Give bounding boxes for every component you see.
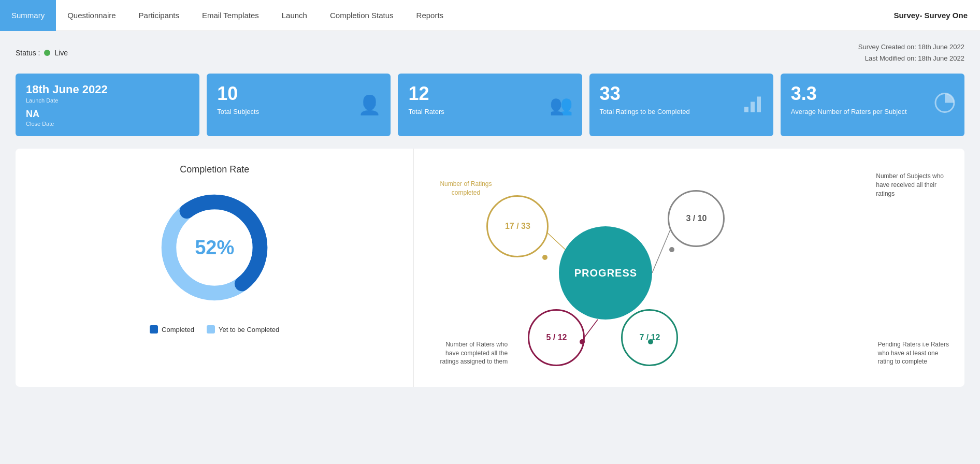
nav-bar: Summary Questionnaire Participants Email…	[0, 0, 980, 31]
ratings-icon	[743, 92, 764, 118]
stat-cards: 18th June 2022 Launch Date NA Close Date…	[16, 74, 964, 136]
survey-created: Survey Created on: 18th June 2022	[858, 41, 964, 53]
label-ratings-completed: Number of Ratingscompleted	[440, 180, 492, 197]
label-subjects-all: Number of Subjects whohave received all …	[876, 172, 944, 198]
raters-completed-value: 5 / 12	[546, 333, 567, 342]
completion-title: Completion Rate	[180, 164, 249, 175]
bubble-area: PROGRESS 17 / 33 Number of Ratingscomple…	[424, 164, 954, 371]
launch-date-value: 18th June 2022	[26, 83, 189, 96]
raters-icon: 👥	[550, 94, 573, 116]
label-raters-completed: Number of Raters whohave completed all t…	[440, 340, 508, 366]
raters-num: 12	[408, 83, 571, 105]
close-date-value: NA	[26, 109, 189, 120]
bubble-center: PROGRESS	[559, 226, 652, 320]
status-value: Live	[54, 49, 68, 57]
survey-title: Survey- Survey One	[893, 11, 980, 20]
stat-card-launch-date: 18th June 2022 Launch Date NA Close Date	[16, 74, 199, 136]
svg-rect-2	[757, 96, 761, 112]
stat-card-subjects: 10 Total Subjects 👤	[207, 74, 391, 136]
stat-card-avg: 3.3 Average Number of Raters per Subject	[781, 74, 964, 136]
ratings-num: 33	[600, 83, 763, 105]
donut-chart: 52%	[157, 191, 271, 304]
legend-completed: Completed	[150, 325, 194, 334]
tab-completion-status[interactable]: Completion Status	[319, 0, 405, 31]
subjects-icon: 👤	[358, 94, 381, 116]
bubble-subjects-all: 3 / 10	[668, 190, 725, 247]
stat-card-ratings: 33 Total Ratings to be Completed	[589, 74, 773, 136]
tab-reports[interactable]: Reports	[405, 0, 455, 31]
status-dot	[44, 50, 50, 56]
completion-percentage: 52%	[195, 237, 234, 259]
ratings-label: Total Ratings to be Completed	[600, 108, 763, 115]
raters-label: Total Raters	[408, 108, 571, 115]
status-left: Status : Live	[16, 49, 68, 57]
legend-completed-label: Completed	[162, 326, 194, 334]
chart-legend: Completed Yet to be Completed	[150, 325, 279, 334]
legend-yet: Yet to be Completed	[207, 325, 279, 334]
conn-dot-gray	[669, 247, 674, 252]
bubble-raters-completed: 5 / 12	[528, 309, 585, 366]
legend-yet-label: Yet to be Completed	[219, 326, 279, 334]
subjects-num: 10	[217, 83, 380, 105]
status-right: Survey Created on: 18th June 2022 Last M…	[858, 41, 964, 64]
tab-launch[interactable]: Launch	[270, 0, 319, 31]
main-content: Status : Live Survey Created on: 18th Ju…	[0, 31, 980, 397]
subjects-all-value: 3 / 10	[686, 214, 707, 223]
ratings-completed-value: 17 / 33	[505, 222, 530, 231]
avg-icon	[934, 92, 955, 118]
label-pending-raters: Pending Raters i.e Raterswho have at lea…	[878, 340, 949, 366]
launch-date-label: Launch Date	[26, 97, 189, 104]
avg-label: Average Number of Raters per Subject	[791, 108, 954, 115]
svg-rect-1	[751, 102, 755, 112]
tab-summary[interactable]: Summary	[0, 0, 56, 31]
status-label: Status :	[16, 49, 40, 57]
bubble-pending-raters: 7 / 12	[621, 309, 678, 366]
stat-card-raters: 12 Total Raters 👥	[398, 74, 582, 136]
subjects-label: Total Subjects	[217, 108, 380, 115]
avg-num: 3.3	[791, 83, 954, 105]
legend-completed-box	[150, 325, 158, 334]
tab-email-templates[interactable]: Email Templates	[191, 0, 270, 31]
bottom-panels: Completion Rate 52% Completed Yet to be	[16, 149, 964, 387]
tab-questionnaire[interactable]: Questionnaire	[56, 0, 127, 31]
svg-rect-0	[744, 107, 748, 112]
status-row: Status : Live Survey Created on: 18th Ju…	[16, 41, 964, 64]
progress-panel: PROGRESS 17 / 33 Number of Ratingscomple…	[414, 149, 964, 387]
conn-dot-gold	[542, 255, 547, 260]
progress-label: PROGRESS	[574, 267, 637, 279]
tab-participants[interactable]: Participants	[127, 0, 191, 31]
conn-dot-crimson	[580, 339, 585, 344]
bubble-ratings-completed: 17 / 33	[486, 195, 549, 257]
close-date-label: Close Date	[26, 121, 189, 127]
legend-yet-box	[207, 325, 215, 334]
survey-modified: Last Modified on: 18th June 2022	[858, 53, 964, 64]
completion-panel: Completion Rate 52% Completed Yet to be	[16, 149, 414, 387]
